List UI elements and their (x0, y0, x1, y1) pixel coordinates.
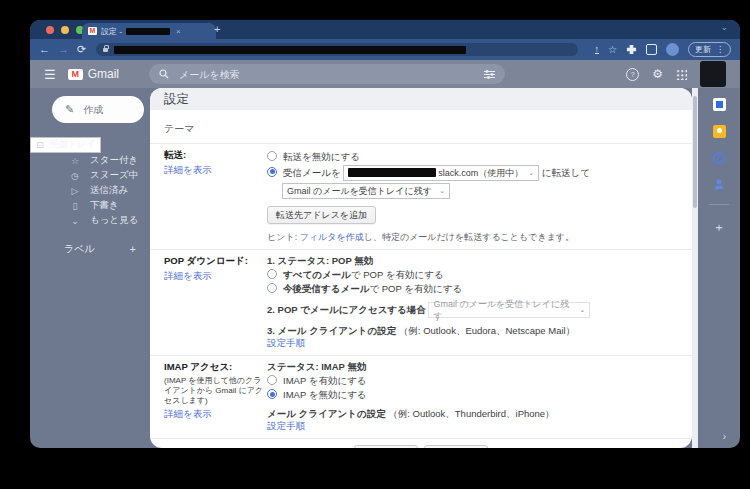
sidebar-item-more[interactable]: ⌄ もっと見る (30, 213, 150, 228)
new-tab-button[interactable]: + (214, 23, 220, 35)
calendar-icon[interactable] (713, 98, 726, 111)
pop-details-link[interactable]: 詳細を表示 (164, 270, 267, 283)
settings-tabs: 全般 ラベル 受信トレイ アカウントとインポート フィルタとブロック中のアドレス… (150, 110, 692, 117)
close-window-button[interactable] (46, 26, 54, 34)
redacted-tab-title (126, 28, 170, 35)
scrollbar-thumb[interactable] (693, 96, 697, 208)
imap-client-label: メール クライアントの設定 (267, 408, 386, 419)
tasks-icon[interactable]: ✓ (713, 152, 725, 164)
forward-suffix: に転送して (542, 167, 590, 178)
pencil-icon: ✎ (65, 103, 74, 116)
add-forwarding-address-button[interactable]: 転送先アドレスを追加 (267, 206, 376, 224)
forward-address-select[interactable]: slack.com（使用中） ⌄ (343, 165, 539, 181)
inbox-icon: ⊡ (35, 140, 45, 150)
titlebar: M 設定 - × + ⌄ (30, 20, 740, 39)
hamburger-menu-icon[interactable]: ☰ (44, 67, 56, 82)
browser-toolbar: ← → ⟳ ↑ ☆ 更新 ⋮ (30, 39, 740, 60)
keep-icon[interactable] (713, 125, 726, 138)
tab-overview-chevron-icon[interactable]: ⌄ (720, 22, 728, 32)
radio-checked-icon[interactable] (267, 389, 277, 399)
sidebar-item-label: もっと見る (90, 214, 138, 227)
bookmark-star-icon[interactable]: ☆ (608, 44, 617, 55)
reload-icon[interactable]: ⟳ (77, 44, 86, 55)
chevron-down-icon: ⌄ (439, 185, 445, 197)
save-changes-button[interactable]: 変更を保存 (354, 445, 417, 448)
chevron-down-icon: ⌄ (580, 304, 586, 316)
tab-theme[interactable]: テーマ (164, 123, 194, 134)
sidebar-item-label: 受信トレイ (50, 138, 96, 151)
help-icon[interactable]: ? (626, 68, 639, 81)
forwarding-label: 転送: (164, 149, 186, 160)
menu-kebab-icon[interactable]: ⋮ (716, 45, 724, 54)
pop-enable-all-option[interactable]: すべてのメールで POP を有効にする (267, 269, 692, 281)
gmail-m-icon: M (68, 69, 83, 80)
imap-disable-option[interactable]: IMAP を無効にする (267, 389, 692, 401)
sidebar-item-sent[interactable]: ▷ 送信済み (30, 183, 150, 198)
pop-step3-examples: （例: Outlook、Eudora、Netscape Mail） (399, 325, 575, 336)
create-filter-link[interactable]: フィルタを作成 (300, 232, 364, 242)
pop-enable-future-option[interactable]: 今後受信するメールで POP を有効にする (267, 283, 692, 295)
draft-icon: ▯ (70, 201, 80, 211)
cancel-button[interactable]: キャンセル (424, 445, 488, 448)
tune-icon[interactable] (484, 70, 495, 79)
side-panel-rail: ✓ ＋ › (698, 88, 740, 448)
sidebar-item-inbox[interactable]: ⊡ 受信トレイ (30, 137, 101, 153)
minimize-window-button[interactable] (61, 26, 69, 34)
imap-enable-option[interactable]: IMAP を有効にする (267, 375, 692, 387)
apps-grid-icon[interactable] (676, 69, 687, 80)
imap-instructions-link[interactable]: 設定手順 (267, 420, 305, 431)
radio-checked-icon[interactable] (267, 167, 277, 177)
lock-icon (103, 48, 108, 52)
imap-client-examples: （例: Outlook、Thunderbird、iPhone） (388, 408, 554, 419)
address-bar[interactable] (96, 43, 578, 56)
tab-close-icon[interactable]: × (176, 27, 181, 36)
forwarding-disable-option[interactable]: 転送を無効にする (267, 151, 692, 163)
settings-gear-icon[interactable]: ⚙ (652, 68, 663, 80)
radio-unchecked-icon[interactable] (267, 151, 277, 161)
side-panel-icon[interactable] (646, 44, 657, 55)
browser-profile-avatar[interactable] (666, 43, 679, 56)
back-icon[interactable]: ← (39, 44, 50, 55)
update-button[interactable]: 更新 ⋮ (688, 42, 731, 57)
chevron-down-icon: ⌄ (70, 216, 80, 226)
radio-unchecked-icon[interactable] (267, 283, 277, 293)
forwarding-hint: ヒント: フィルタを作成し、特定のメールだけを転送することもできます。 (267, 231, 692, 243)
hint-suffix: し、特定のメールだけを転送することもできます。 (364, 232, 574, 242)
star-icon: ☆ (70, 156, 80, 166)
contacts-icon[interactable] (713, 178, 725, 190)
extensions-icon[interactable] (626, 44, 637, 55)
radio-unchecked-icon[interactable] (267, 375, 277, 385)
tab-title: 設定 - (101, 26, 122, 37)
imap-details-link[interactable]: 詳細を表示 (164, 408, 267, 421)
forward-icon[interactable]: → (58, 44, 69, 55)
forwarding-details-link[interactable]: 詳細を表示 (164, 164, 267, 177)
hint-prefix: ヒント: (267, 232, 300, 242)
hide-side-panel-chevron[interactable]: › (723, 431, 726, 442)
get-addons-button[interactable]: ＋ (713, 219, 725, 236)
browser-tab[interactable]: M 設定 - × (82, 23, 216, 39)
sidebar-item-label: 送信済み (90, 184, 128, 197)
compose-button[interactable]: ✎ 作成 (52, 96, 144, 123)
pop-access-select[interactable]: Gmail のメールを受信トレイに残す ⌄ (428, 302, 590, 318)
search-bar[interactable] (149, 64, 505, 84)
sidebar-item-drafts[interactable]: ▯ 下書き (30, 198, 150, 213)
pop-instructions-link[interactable]: 設定手順 (267, 337, 305, 348)
sidebar-item-snoozed[interactable]: ◷ スヌーズ中 (30, 168, 150, 183)
gmail-header: ☰ M Gmail ? ⚙ (30, 60, 740, 88)
keep-copy-select[interactable]: Gmail のメールを受信トレイに残す ⌄ (282, 183, 450, 199)
radio-unchecked-icon[interactable] (267, 269, 277, 279)
account-avatar[interactable] (700, 61, 726, 87)
radio-label: で POP を有効にする (351, 269, 444, 280)
imap-section: IMAP アクセス: (IMAP を使用して他のクライアントから Gmail に… (150, 356, 692, 439)
sidebar-item-starred[interactable]: ☆ スター付き (30, 153, 150, 168)
rail-divider (709, 204, 729, 205)
search-input[interactable] (177, 68, 476, 81)
add-label-button[interactable]: + (130, 243, 136, 255)
share-icon[interactable]: ↑ (595, 45, 600, 54)
radio-label: IMAP を有効にする (283, 375, 367, 386)
pop-status: 1. ステータス: POP 無効 (267, 255, 373, 266)
sent-icon: ▷ (70, 186, 80, 196)
settings-title-bar: 設定 (150, 88, 692, 110)
forwarding-enable-option[interactable]: 受信メールを slack.com（使用中） ⌄ に転送して (267, 165, 692, 181)
imap-note: (IMAP を使用して他のクライアントから Gmail にアクセスします) (164, 376, 267, 406)
